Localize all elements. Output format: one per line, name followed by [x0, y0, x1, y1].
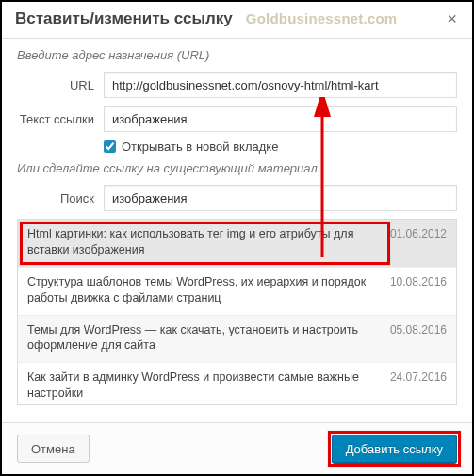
search-results[interactable]: Html картинки: как использовать тег img …: [17, 219, 457, 405]
close-icon[interactable]: ×: [445, 10, 459, 27]
result-date: 10.08.2016: [390, 274, 447, 288]
result-title: Html картинки: как использовать тег img …: [27, 226, 381, 258]
url-instruction: Введите адрес назначения (URL): [17, 48, 457, 62]
result-title: Как зайти в админку WordPress и произвес…: [27, 369, 381, 402]
brand-watermark: Goldbusinessnet.com: [246, 10, 398, 26]
search-label: Поиск: [17, 191, 104, 205]
cancel-button[interactable]: Отмена: [17, 435, 90, 463]
new-tab-checkbox[interactable]: [104, 140, 116, 153]
new-tab-label: Открывать в новой вкладке: [122, 140, 278, 154]
dialog-body: Введите адрес назначения (URL) URL Текст…: [2, 39, 472, 422]
result-title: Темы для WordPress — как скачать, устано…: [27, 322, 381, 354]
result-title: Структура шаблонов темы WordPress, их ие…: [27, 274, 381, 306]
dialog-footer: Отмена Добавить ссылку: [2, 422, 472, 474]
new-tab-row: Открывать в новой вкладке: [104, 140, 457, 154]
dialog-title: Вставить/изменить ссылку: [15, 9, 233, 28]
existing-instruction: Или сделайте ссылку на существующий мате…: [17, 161, 457, 175]
result-date: 01.06.2012: [390, 226, 447, 240]
result-date: 24.07.2016: [390, 369, 447, 384]
dialog-header: Вставить/изменить ссылку Goldbusinessnet…: [2, 2, 472, 39]
search-result-row[interactable]: Структура шаблонов темы WordPress, их ие…: [18, 268, 456, 316]
search-result-row[interactable]: Как зайти в админку WordPress и произвес…: [18, 363, 456, 405]
search-result-row[interactable]: Html картинки: как использовать тег img …: [18, 220, 456, 268]
submit-button[interactable]: Добавить ссылку: [332, 435, 457, 463]
url-input[interactable]: [104, 72, 457, 98]
url-label: URL: [17, 78, 104, 92]
link-dialog: Вставить/изменить ссылку Goldbusinessnet…: [2, 2, 472, 474]
link-text-input[interactable]: [104, 106, 457, 132]
search-result-row[interactable]: Темы для WordPress — как скачать, устано…: [18, 316, 456, 364]
search-input[interactable]: [104, 185, 457, 211]
link-text-label: Текст ссылки: [17, 112, 104, 126]
result-date: 05.08.2016: [390, 322, 447, 336]
